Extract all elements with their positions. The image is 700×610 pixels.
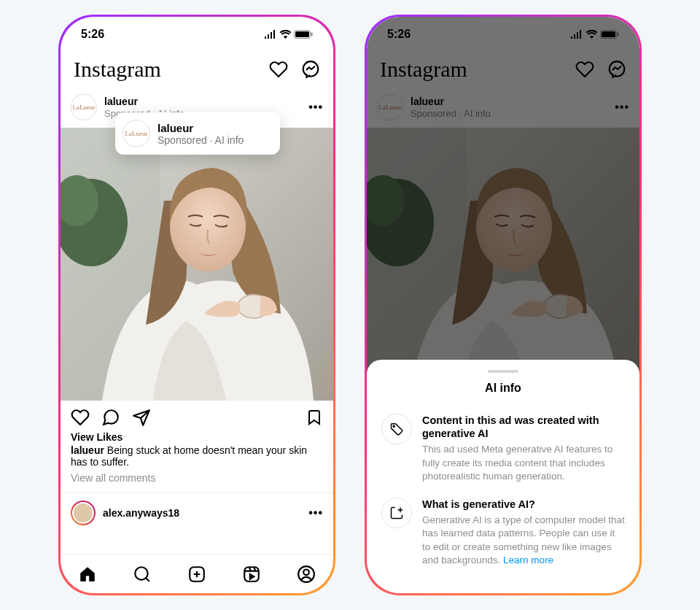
- status-bar: 5:26: [61, 17, 333, 52]
- svg-rect-15: [244, 567, 259, 582]
- heart-icon[interactable]: [269, 60, 288, 79]
- bottom-nav: [61, 554, 333, 593]
- phone-screen-right: 5:26 Instagram LaLueur lalueur Sponsored…: [367, 17, 639, 593]
- phone-right: 5:26 Instagram LaLueur lalueur Sponsored…: [365, 15, 642, 595]
- add-post-icon[interactable]: [187, 565, 206, 584]
- cellular-icon: [264, 30, 277, 39]
- sheet-row2-title: What is generative AI?: [422, 498, 625, 511]
- more-options-icon[interactable]: •••: [308, 506, 323, 520]
- tooltip-username: lalueur: [158, 122, 244, 134]
- reels-icon[interactable]: [242, 565, 261, 584]
- sheet-row-genai: What is generative AI? Generative AI is …: [367, 492, 639, 576]
- more-options-icon[interactable]: •••: [308, 101, 323, 114]
- bookmark-icon[interactable]: [306, 409, 323, 426]
- home-icon[interactable]: [78, 565, 97, 584]
- svg-rect-2: [311, 33, 313, 36]
- caption-text: Being stuck at home doesn't mean your sk…: [71, 444, 307, 468]
- post-caption: lalueur Being stuck at home doesn't mean…: [71, 444, 323, 468]
- post-image[interactable]: [61, 128, 333, 401]
- svg-point-10: [135, 567, 147, 579]
- sheet-handle[interactable]: [488, 370, 518, 373]
- next-post-username[interactable]: alex.anyways18: [103, 507, 301, 519]
- create-sparkle-icon: [381, 498, 412, 528]
- instagram-header: Instagram: [61, 52, 333, 87]
- tag-icon: [381, 414, 412, 444]
- svg-point-31: [393, 425, 394, 427]
- search-icon[interactable]: [133, 565, 152, 584]
- post-avatar[interactable]: LaLueur: [71, 94, 97, 120]
- ai-info-tooltip[interactable]: LaLueur lalueur Sponsored · AI info: [115, 112, 280, 155]
- comment-icon[interactable]: [101, 408, 120, 427]
- sheet-title: AI info: [367, 382, 639, 395]
- share-icon[interactable]: [132, 408, 151, 427]
- view-likes[interactable]: View Likes: [71, 431, 323, 443]
- sheet-row1-body: This ad used Meta generative AI features…: [422, 443, 625, 483]
- battery-icon: [294, 30, 313, 39]
- wifi-icon: [279, 30, 292, 39]
- story-avatar[interactable]: [71, 501, 96, 525]
- sheet-row1-title: Content in this ad was created with gene…: [422, 414, 625, 440]
- status-indicators: [264, 30, 313, 39]
- post-actions: [61, 401, 333, 430]
- ai-info-sheet: AI info Content in this ad was created w…: [367, 360, 639, 593]
- svg-rect-1: [295, 31, 309, 37]
- next-post-header: alex.anyways18 •••: [61, 493, 333, 533]
- caption-username[interactable]: lalueur: [71, 444, 104, 456]
- sheet-row-content: Content in this ad was created with gene…: [367, 408, 639, 492]
- phone-left: 5:26 Instagram LaLueur lalueur Sponsored…: [58, 15, 335, 595]
- profile-icon[interactable]: [297, 565, 316, 584]
- instagram-logo[interactable]: Instagram: [74, 57, 161, 82]
- tooltip-subtitle: Sponsored · AI info: [158, 134, 244, 146]
- post-username[interactable]: lalueur: [104, 96, 301, 108]
- status-time: 5:26: [81, 28, 104, 41]
- tooltip-avatar: LaLueur: [122, 120, 150, 147]
- svg-point-20: [303, 569, 309, 575]
- sheet-row2-body: Generative AI is a type of computer mode…: [422, 514, 625, 567]
- view-comments[interactable]: View all comments: [71, 472, 323, 484]
- like-icon[interactable]: [71, 408, 90, 427]
- phone-screen-left: 5:26 Instagram LaLueur lalueur Sponsored…: [61, 17, 333, 593]
- learn-more-link[interactable]: Learn more: [503, 555, 553, 565]
- svg-line-11: [146, 578, 149, 582]
- messenger-icon[interactable]: [301, 60, 320, 79]
